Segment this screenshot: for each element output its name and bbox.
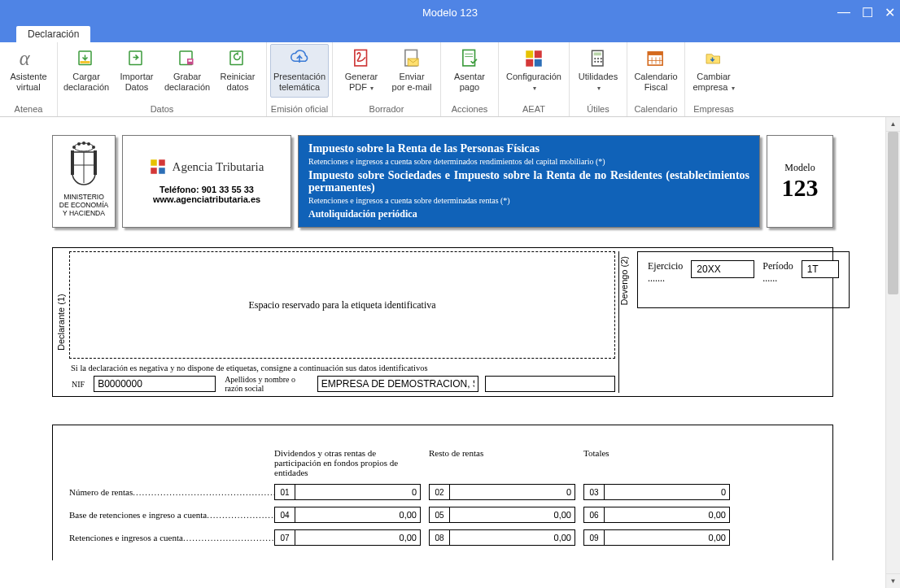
svg-point-37	[82, 142, 85, 145]
row-base-retenciones: Base de retenciones e ingreso a cuenta 0…	[69, 507, 816, 523]
header-tax-description: Impuesto sobre la Renta de las Personas …	[298, 135, 760, 228]
scroll-down-icon[interactable]: ▼	[886, 573, 900, 588]
cell-05-input[interactable]	[450, 507, 575, 522]
cell-09-input[interactable]	[605, 530, 729, 545]
svg-rect-16	[526, 59, 533, 67]
cell-07-input[interactable]	[295, 530, 420, 545]
svg-rect-6	[189, 60, 193, 62]
close-button[interactable]: ✕	[885, 5, 895, 20]
cell-04-input[interactable]	[295, 507, 420, 522]
asentar-pago-button[interactable]: Asentar pago	[444, 44, 495, 98]
reset-icon	[225, 47, 251, 70]
calendario-fiscal-button[interactable]: Calendario Fiscal	[631, 44, 681, 98]
svg-point-35	[77, 142, 81, 146]
pdf-icon	[348, 47, 374, 70]
alpha-icon: α	[15, 47, 42, 70]
razon-social-label: Apellidos y nombre o razón social	[222, 375, 311, 393]
ejercicio-label: Ejercicio .......	[648, 260, 683, 285]
cell-01-input[interactable]	[295, 485, 420, 499]
svg-rect-43	[159, 159, 165, 166]
agency-url: www.agenciatributaria.es	[153, 194, 260, 204]
cell-03-input[interactable]	[605, 485, 729, 499]
ribbon: α Asistente virtual Atenea Cargar declar…	[0, 42, 900, 117]
dropdown-caret-icon: ▾	[729, 85, 734, 92]
save-icon	[174, 47, 200, 70]
scroll-track[interactable]	[886, 132, 900, 573]
group-label-emision: Emisión oficial	[270, 102, 329, 116]
col-header-dividendos: Dividendos y otras rentas de participaci…	[274, 448, 421, 477]
ministry-label: MINISTERIO DE ECONOMÍA Y HACIENDA	[59, 193, 108, 217]
ejercicio-input[interactable]	[691, 260, 754, 278]
enviar-email-button[interactable]: Enviar por e-mail	[387, 44, 437, 98]
svg-point-22	[601, 58, 602, 59]
group-label-utiles: Útiles	[573, 102, 623, 116]
agency-phone: Teléfono: 901 33 55 33	[159, 185, 254, 194]
nota-negativa: Si la declaración es negativa y no dispo…	[71, 364, 615, 372]
svg-rect-40	[71, 150, 74, 175]
generar-pdf-button[interactable]: Generar PDF ▾	[336, 44, 387, 98]
razon-social-input[interactable]	[317, 376, 478, 392]
row-retenciones-ingresos: Retenciones e ingresos a cuenta 07 08 09	[69, 529, 816, 546]
svg-point-33	[72, 146, 76, 149]
configuracion-button[interactable]: Configuración ▾	[502, 44, 566, 98]
calendar-icon	[643, 47, 669, 70]
periodo-label: Período ......	[762, 260, 793, 285]
asistente-virtual-button[interactable]: α Asistente virtual	[3, 44, 54, 98]
svg-point-21	[597, 58, 599, 59]
cambiar-empresa-button[interactable]: Cambiar empresa ▾	[688, 44, 739, 98]
svg-rect-14	[526, 50, 533, 58]
cargar-declaracion-button[interactable]: Cargar declaración	[61, 44, 111, 98]
group-label-atenea: Atenea	[3, 102, 54, 116]
header-model-box: Modelo 123	[767, 135, 833, 228]
periodo-input[interactable]	[802, 260, 839, 278]
section-declarante-devengo: Declarante (1) Espacio reservado para la…	[52, 247, 833, 397]
dropdown-caret-icon: ▾	[597, 85, 601, 92]
header-ministry-box: MINISTERIO DE ECONOMÍA Y HACIENDA	[52, 135, 116, 228]
grabar-declaracion-button[interactable]: Grabar declaración	[162, 44, 212, 98]
minimize-button[interactable]: —	[837, 5, 850, 20]
svg-point-25	[601, 61, 602, 63]
group-label-datos: Datos	[61, 102, 263, 116]
nif-label: NIF	[69, 380, 87, 389]
title-bar: Modelo 123 — ☐ ✕	[0, 0, 900, 24]
cell-08-input[interactable]	[450, 530, 575, 545]
email-icon	[399, 47, 425, 70]
presentacion-telematica-button[interactable]: Presentación telemática	[270, 44, 329, 98]
group-label-empresas: Empresas	[688, 102, 739, 116]
col-header-resto: Resto de rentas	[429, 448, 575, 477]
row-numero-rentas: Número de rentas 01 02 03	[69, 484, 816, 500]
aeat-logo-icon	[150, 159, 166, 175]
svg-point-34	[92, 146, 95, 149]
ledger-icon	[457, 47, 483, 70]
svg-point-24	[597, 61, 599, 63]
calculator-icon	[585, 47, 611, 70]
cell-06-input[interactable]	[605, 507, 729, 522]
utilidades-button[interactable]: Utilidades ▾	[573, 44, 623, 98]
tab-declaracion[interactable]: Declaración	[16, 26, 90, 42]
maximize-button[interactable]: ☐	[862, 5, 873, 20]
scroll-thumb[interactable]	[888, 132, 898, 294]
import-icon	[124, 47, 150, 70]
reiniciar-datos-button[interactable]: Reiniciar datos	[212, 44, 263, 98]
svg-rect-2	[81, 61, 90, 63]
devengo-sidelabel: Devengo (2)	[619, 251, 634, 311]
form-viewport: MINISTERIO DE ECONOMÍA Y HACIENDA Agenci…	[0, 117, 885, 588]
window-title: Modelo 123	[422, 7, 478, 19]
svg-rect-42	[151, 159, 157, 166]
header-agency-box: Agencia Tributaria Teléfono: 901 33 55 3…	[122, 135, 291, 228]
svg-point-20	[594, 58, 596, 59]
svg-point-36	[87, 142, 90, 146]
cell-02-input[interactable]	[450, 485, 575, 499]
dropdown-caret-icon: ▾	[533, 85, 536, 92]
folder-open-icon	[73, 47, 99, 70]
nif-input[interactable]	[94, 376, 216, 392]
extra-id-input[interactable]	[485, 376, 615, 392]
group-label-aeat: AEAT	[502, 102, 566, 116]
svg-text:α: α	[20, 47, 31, 69]
scroll-up-icon[interactable]: ▲	[886, 117, 900, 132]
crest-icon	[64, 141, 103, 188]
agency-title: Agencia Tributaria	[173, 160, 264, 174]
vertical-scrollbar[interactable]: ▲ ▼	[885, 117, 900, 588]
svg-rect-15	[535, 50, 542, 58]
importar-datos-button[interactable]: Importar Datos	[111, 44, 162, 98]
